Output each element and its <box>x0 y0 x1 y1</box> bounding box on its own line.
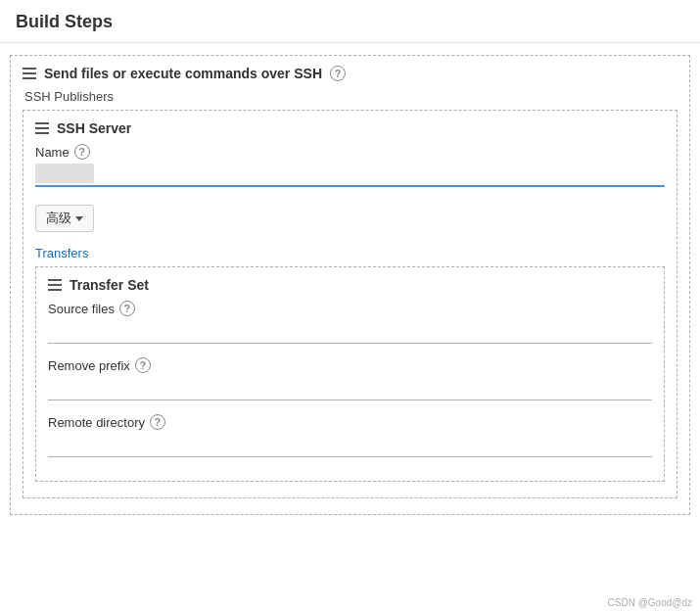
outer-section-help-icon[interactable]: ? <box>330 66 346 81</box>
chevron-down-icon <box>75 216 83 221</box>
source-files-label-text: Source files <box>48 302 115 316</box>
transfer-set-title: Transfer Set <box>70 277 149 293</box>
remove-prefix-field-group: Remove prefix ? <box>48 357 652 400</box>
remove-prefix-input[interactable] <box>48 377 652 400</box>
remove-prefix-label-text: Remove prefix <box>48 358 130 373</box>
advanced-button[interactable]: 高级 <box>35 205 94 232</box>
source-files-field-group: Source files ? <box>48 301 652 344</box>
ssh-server-title: SSH Server <box>57 120 131 136</box>
name-label-text: Name <box>35 145 70 160</box>
remove-prefix-label: Remove prefix ? <box>48 357 652 373</box>
name-field-group: Name ? <box>35 144 665 187</box>
page-wrapper: Build Steps Send files or execute comman… <box>0 0 700 612</box>
transfer-set-header: Transfer Set <box>48 277 652 293</box>
ssh-server-section: SSH Server Name ? 高级 Transfers <box>23 110 677 498</box>
remote-directory-input[interactable] <box>48 434 652 457</box>
transfer-set-section: Transfer Set Source files ? Remove prefi… <box>35 266 665 482</box>
name-field-label: Name ? <box>35 144 665 160</box>
ssh-server-drag-handle[interactable] <box>35 122 49 134</box>
name-input-wrapper <box>35 164 665 187</box>
source-files-input[interactable] <box>48 320 652 344</box>
remote-directory-label-text: Remote directory <box>48 415 145 430</box>
advanced-button-label: 高级 <box>46 210 71 227</box>
outer-build-section: Send files or execute commands over SSH … <box>10 55 690 515</box>
name-help-icon[interactable]: ? <box>74 144 90 160</box>
transfer-set-drag-handle[interactable] <box>48 279 62 291</box>
transfers-label: Transfers <box>35 246 665 260</box>
remote-directory-help-icon[interactable]: ? <box>150 414 165 430</box>
source-files-label: Source files ? <box>48 301 652 316</box>
remove-prefix-help-icon[interactable]: ? <box>135 357 151 373</box>
outer-section-title: Send files or execute commands over SSH <box>44 66 322 81</box>
watermark: CSDN @Good@dz <box>608 597 692 608</box>
name-input-blurred <box>35 164 94 183</box>
outer-section-header: Send files or execute commands over SSH … <box>23 66 677 81</box>
ssh-server-header: SSH Server <box>35 120 665 136</box>
source-files-help-icon[interactable]: ? <box>119 301 135 316</box>
remote-directory-field-group: Remote directory ? <box>48 414 652 457</box>
remote-directory-label: Remote directory ? <box>48 414 652 430</box>
page-title: Build Steps <box>0 0 700 43</box>
ssh-publishers-label: SSH Publishers <box>23 89 677 104</box>
drag-handle-icon[interactable] <box>23 68 36 79</box>
